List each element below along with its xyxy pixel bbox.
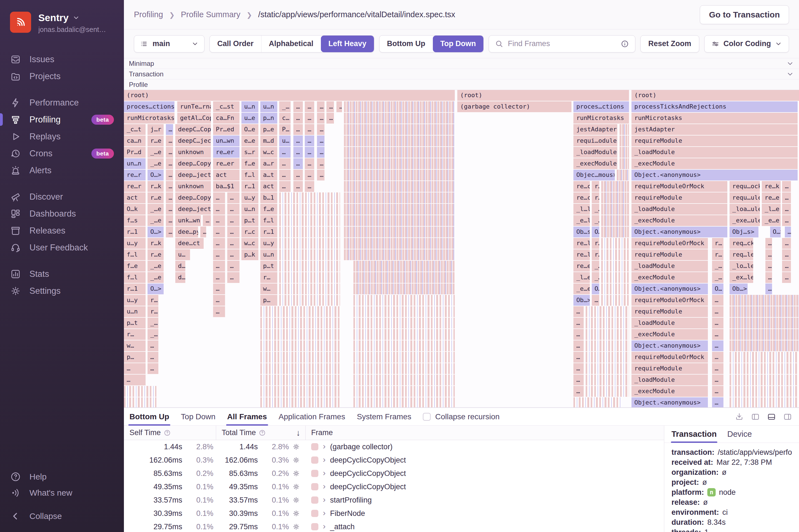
flame-frame[interactable]: …	[782, 238, 791, 249]
flame-frame[interactable]: …	[213, 284, 225, 294]
flame-frame[interactable]: …	[712, 363, 723, 374]
segment-bottom-up[interactable]: Bottom Up	[379, 36, 433, 52]
flame-frame[interactable]: _…	[592, 215, 599, 226]
tab-all-frames[interactable]: All Frames	[227, 408, 267, 425]
flame-frame[interactable]: u…e	[241, 113, 258, 124]
sidebar-item-settings[interactable]: Settings	[10, 282, 114, 299]
flame-frame[interactable]: O…>	[770, 227, 781, 238]
flame-frame[interactable]: act	[124, 192, 146, 203]
gear-icon[interactable]	[289, 496, 303, 504]
flame-frame[interactable]: …	[166, 124, 173, 135]
flame-frame[interactable]: …	[279, 158, 291, 169]
flame-frame[interactable]: …	[765, 249, 772, 260]
flame-frame[interactable]: _loadModule	[573, 147, 617, 158]
flame-frame[interactable]: …	[166, 158, 173, 169]
flame-frame[interactable]: …	[782, 181, 791, 192]
flame-frame[interactable]: …	[166, 135, 173, 146]
flame-frame[interactable]: …	[592, 295, 599, 306]
flame-frame[interactable]: _loadModule	[631, 261, 708, 271]
sidebar-item-user-feedback[interactable]: User Feedback	[10, 239, 114, 256]
sort-direction-icon[interactable]: ↓	[296, 428, 300, 438]
flame-frame[interactable]: _…	[148, 329, 159, 340]
flame-frame[interactable]: …	[712, 352, 723, 363]
flame-frame[interactable]: …	[765, 284, 772, 294]
sidebar-item-issues[interactable]: Issues	[10, 51, 114, 68]
band-minimap[interactable]: Minimap	[124, 58, 799, 69]
flame-frame[interactable]: _lo…le	[729, 261, 753, 271]
gear-icon[interactable]	[289, 483, 303, 491]
tab-top-down[interactable]: Top Down	[181, 408, 216, 425]
tab-application-frames[interactable]: Application Frames	[279, 408, 345, 425]
org-header[interactable]: Sentry jonas.badalic@sent…	[0, 12, 124, 34]
flame-frame[interactable]: …	[293, 135, 303, 146]
flame-frame[interactable]: r…	[712, 249, 723, 260]
flame-frame[interactable]: Object.<anonymous>	[631, 170, 798, 180]
flame-frame[interactable]: un…wn	[213, 135, 240, 146]
flame-frame[interactable]: r…	[592, 249, 599, 260]
flame-frame[interactable]: …	[317, 113, 324, 124]
sidebar-item-profiling[interactable]: Profilingbeta	[10, 111, 114, 128]
flame-frame[interactable]: …	[213, 238, 225, 249]
flame-frame[interactable]: p…t	[241, 215, 258, 226]
flame-frame[interactable]: _…	[592, 272, 599, 283]
flame-frame[interactable]: …	[203, 215, 211, 226]
flame-frame[interactable]: _execModule	[631, 158, 798, 169]
flame-frame[interactable]: _…e	[148, 147, 164, 158]
flame-frame[interactable]: …	[712, 375, 723, 385]
flame-frame[interactable]: requireModule	[631, 363, 708, 374]
flame-frame[interactable]: _…	[279, 101, 291, 112]
flame-frame[interactable]: requireModule	[631, 249, 708, 260]
flame-frame[interactable]: _…	[148, 318, 159, 328]
flame-frame[interactable]: …	[293, 113, 303, 124]
sidebar-item-help[interactable]: Help	[10, 469, 114, 485]
flame-frame[interactable]: …	[279, 170, 291, 180]
segment-left-heavy[interactable]: Left Heavy	[321, 36, 374, 52]
frame-header[interactable]: Frame	[305, 426, 664, 440]
flame-frame[interactable]: re…k	[762, 181, 781, 192]
flame-frame[interactable]: …	[305, 147, 314, 158]
flame-frame[interactable]: b…1	[260, 192, 277, 203]
flame-frame[interactable]: u…y	[260, 238, 277, 249]
flame-frame[interactable]: …	[712, 295, 723, 306]
flame-frame[interactable]: …	[227, 192, 240, 203]
flame-frame[interactable]: requireModule	[631, 192, 727, 203]
flame-frame[interactable]: f…e	[124, 261, 146, 271]
flame-frame[interactable]: u…n	[241, 204, 258, 215]
flame-frame[interactable]: runTe…rnal	[177, 101, 211, 112]
flame-frame[interactable]: …	[712, 397, 723, 407]
gear-icon[interactable]	[289, 523, 303, 531]
flame-frame[interactable]: u…y	[241, 192, 258, 203]
flame-frame[interactable]: …	[148, 340, 159, 351]
flame-frame[interactable]: …	[227, 227, 240, 238]
flame-frame[interactable]: ba…$1	[213, 181, 240, 192]
flame-frame[interactable]: unk…wn	[175, 215, 201, 226]
flame-frame[interactable]: a…r	[260, 158, 277, 169]
flame-frame[interactable]: …	[336, 101, 342, 112]
flame-frame[interactable]: …	[573, 306, 583, 317]
flame-frame[interactable]: un…n	[124, 158, 146, 169]
flame-frame[interactable]: …	[227, 272, 240, 283]
flame-frame[interactable]: …	[782, 261, 791, 271]
flame-frame[interactable]: _c…t	[124, 124, 146, 135]
flame-frame[interactable]: d…	[175, 261, 185, 271]
flame-frame[interactable]: _…	[712, 272, 723, 283]
flame-frame[interactable]: …	[317, 135, 324, 146]
flame-frame[interactable]: _…e	[148, 204, 164, 215]
flame-frame[interactable]: …	[213, 192, 225, 203]
flame-frame[interactable]: …	[166, 170, 173, 180]
flame-frame[interactable]: O…>	[148, 227, 164, 238]
color-coding-button[interactable]: Color Coding	[704, 35, 789, 53]
flame-frame[interactable]: runMicrotasks	[573, 113, 629, 124]
flame-frame[interactable]: …	[293, 124, 303, 135]
flame-frame[interactable]: getAl…Copy	[177, 113, 211, 124]
table-row[interactable]: 49.35ms0.1%49.35ms0.1%›deepCyclicCopyObj…	[124, 480, 664, 493]
flame-frame[interactable]: …	[166, 227, 173, 238]
flame-frame[interactable]: f…l	[260, 215, 277, 226]
flame-frame[interactable]: …	[293, 181, 303, 192]
flame-frame[interactable]: …	[293, 147, 303, 158]
flame-frame[interactable]: f…s	[124, 215, 146, 226]
flame-frame[interactable]: _execModule	[631, 272, 708, 283]
flame-frame[interactable]: deep…Copy	[175, 192, 211, 203]
segment-call-order[interactable]: Call Order	[210, 36, 261, 52]
flame-frame[interactable]: r…1	[124, 227, 146, 238]
